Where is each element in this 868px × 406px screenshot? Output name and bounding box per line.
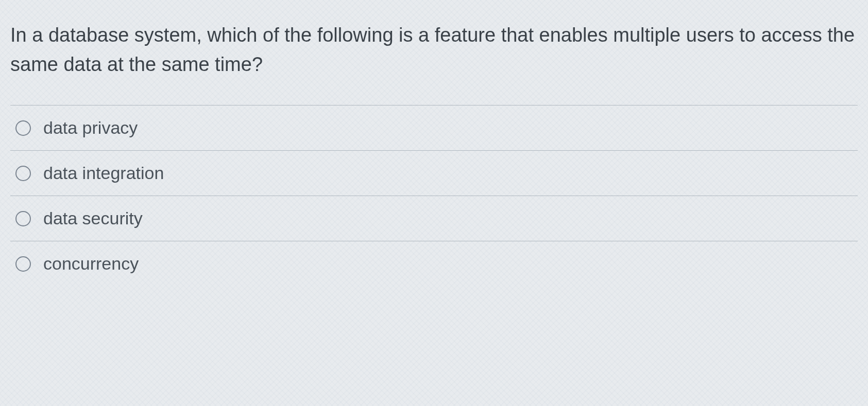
option-label: data integration bbox=[43, 163, 164, 183]
radio-icon[interactable] bbox=[15, 211, 31, 226]
option-label: data security bbox=[43, 208, 143, 228]
option-label: concurrency bbox=[43, 254, 139, 274]
option-row-3[interactable]: concurrency bbox=[10, 241, 858, 286]
radio-icon[interactable] bbox=[15, 256, 31, 272]
option-row-1[interactable]: data integration bbox=[10, 150, 858, 196]
option-row-0[interactable]: data privacy bbox=[10, 105, 858, 150]
options-list: data privacy data integration data secur… bbox=[10, 105, 858, 286]
question-text: In a database system, which of the follo… bbox=[10, 21, 858, 79]
option-label: data privacy bbox=[43, 118, 138, 138]
radio-icon[interactable] bbox=[15, 120, 31, 136]
question-container: In a database system, which of the follo… bbox=[10, 21, 858, 286]
option-row-2[interactable]: data security bbox=[10, 196, 858, 241]
radio-icon[interactable] bbox=[15, 166, 31, 181]
